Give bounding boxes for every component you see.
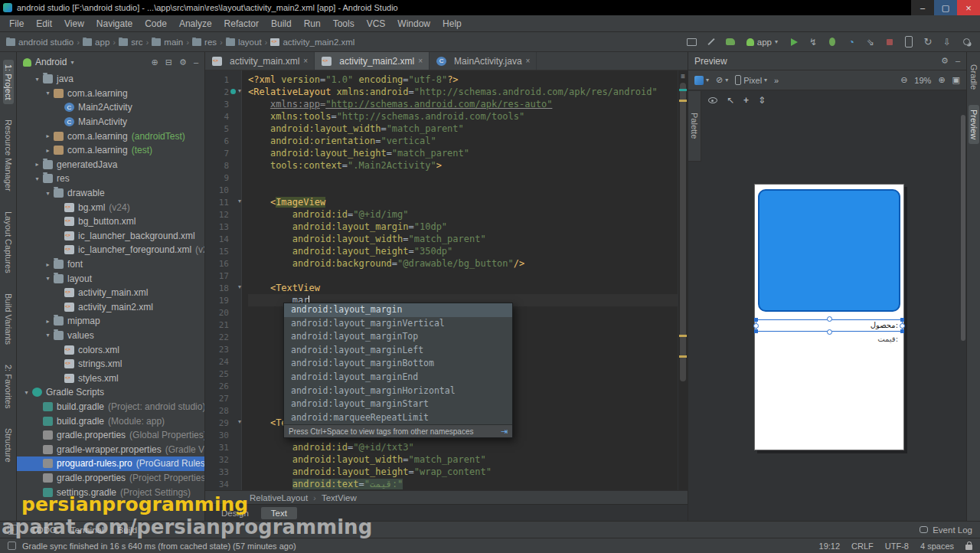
tree-item[interactable]: activity_main.xml (17, 286, 204, 300)
debug-icon[interactable] (825, 34, 840, 50)
preview-scrollbar[interactable] (961, 115, 965, 341)
mode-tab-text[interactable]: Text (261, 507, 297, 519)
view-options-eye-icon[interactable] (708, 97, 717, 103)
tree-expand-arrow[interactable]: ▾ (43, 90, 53, 97)
selection-handle[interactable] (900, 318, 904, 322)
sdk-manager-icon[interactable] (939, 34, 955, 50)
tree-item[interactable]: bg.xml(v24) (17, 200, 204, 214)
selection-handle[interactable] (754, 329, 758, 333)
gradle-elephant-icon[interactable] (723, 34, 738, 50)
code-line[interactable]: android:layout_height="350dp" (248, 245, 688, 257)
tree-item[interactable]: ▾values (17, 329, 204, 343)
selection-handle[interactable] (754, 318, 758, 322)
settings-gear-icon[interactable]: ⚙ (179, 57, 187, 67)
tree-item[interactable]: ▸mipmap (17, 314, 204, 329)
profiler-icon[interactable] (844, 34, 859, 50)
breadcrumb-item[interactable]: activity_main2.xml (270, 38, 354, 47)
tool-button-build-variants[interactable]: Build Variants (3, 289, 14, 349)
selection-handle[interactable] (900, 329, 904, 333)
code-line[interactable]: android:background="@drawable/bg_button"… (248, 257, 688, 270)
menu-build[interactable]: Build (265, 18, 298, 29)
code-line[interactable]: android:layout_width="match_parent" (248, 233, 688, 245)
breadcrumb-item[interactable]: main (152, 38, 183, 47)
close-tab-icon[interactable] (418, 57, 423, 65)
locate-file-icon[interactable]: ⊕ (152, 57, 158, 67)
completion-item[interactable]: android:layout_marginHorizontal (284, 384, 512, 398)
tool-button-gradle[interactable]: Gradle (969, 60, 979, 94)
sync-project-icon[interactable] (920, 34, 936, 50)
resize-icon[interactable]: ⇕ (758, 95, 766, 106)
maximize-button[interactable] (934, 0, 957, 15)
magic-wand-icon[interactable] (704, 34, 719, 50)
tree-expand-arrow[interactable]: ▾ (43, 332, 53, 339)
selection-handle[interactable] (827, 316, 832, 322)
breadcrumb-item[interactable]: src (119, 38, 142, 47)
completion-item[interactable]: android:layout_marginVertical (284, 317, 512, 331)
menu-analyze[interactable]: Analyze (173, 18, 218, 29)
orientation-selector[interactable]: ⊘▾ (716, 75, 728, 85)
tool-button-layout-captures[interactable]: Layout Captures (3, 207, 14, 278)
tree-expand-arrow[interactable]: ▸ (43, 147, 53, 154)
tree-expand-arrow[interactable]: ▾ (43, 190, 53, 197)
fold-arrow-icon[interactable]: ▾ (238, 283, 241, 290)
toolwindow-switcher-icon[interactable]: ≡ (8, 525, 18, 535)
tool-button-terminal[interactable]: Terminal (70, 525, 103, 535)
tree-item[interactable]: ▸com.a.learning(androidTest) (17, 129, 204, 143)
tool-button-2-favorites[interactable]: 2: Favorites (3, 360, 14, 413)
selection-handle[interactable] (753, 323, 759, 329)
indent-setting[interactable]: 4 spaces (920, 542, 954, 551)
fold-arrow-icon[interactable]: ▾ (238, 87, 241, 94)
apply-changes-icon[interactable] (805, 34, 821, 50)
preview-device-screen[interactable]: محصول: قیمت: (754, 184, 904, 450)
more-chevrons-icon[interactable]: » (774, 76, 779, 85)
device-selector[interactable]: Pixel▾ (735, 75, 767, 85)
menu-refactor[interactable]: Refactor (218, 18, 265, 29)
close-tab-icon[interactable] (526, 57, 531, 65)
menu-vcs[interactable]: VCS (361, 18, 392, 29)
code-line[interactable]: android:layout_width="match_parent" (248, 453, 688, 466)
design-surface-selector[interactable]: ▾ (694, 76, 709, 85)
tree-item[interactable]: proguard-rules.pro(ProGuard Rules for ap… (17, 456, 204, 471)
code-line[interactable]: android:text="قیمت:" (248, 478, 688, 490)
tree-item[interactable]: ic_launcher_foreground.xml(v24) (17, 243, 204, 257)
tree-item[interactable]: styles.xml (17, 371, 204, 385)
tree-item[interactable]: ▾Gradle Scripts (17, 385, 204, 400)
preview-imageview[interactable] (758, 189, 900, 312)
code-line[interactable]: android:orientation="vertical" (248, 135, 688, 147)
tree-item[interactable]: gradle.properties(Project Properties) (17, 471, 204, 486)
code-line[interactable]: android:layout_height="match_parent" (248, 147, 688, 159)
completion-item[interactable]: android:layout_marginStart (284, 398, 512, 411)
zoom-out-icon[interactable]: ⊖ (900, 75, 907, 85)
completion-item[interactable]: android:layout_marginLeft (284, 344, 512, 358)
menu-window[interactable]: Window (391, 18, 436, 29)
tool-button-structure[interactable]: Structure (3, 424, 14, 467)
menu-code[interactable]: Code (139, 18, 173, 29)
code-line[interactable]: xmlns:tools="http://schemas.android.com/… (248, 110, 688, 123)
hide-panel-icon[interactable]: – (956, 56, 960, 66)
editor-scrollbar[interactable]: ≡ (678, 70, 688, 490)
status-grid-icon[interactable] (8, 542, 16, 550)
tree-expand-arrow[interactable]: ▾ (21, 389, 31, 396)
tool-button-todo[interactable]: TODO (31, 525, 57, 535)
menu-tools[interactable]: Tools (327, 18, 361, 29)
fold-arrow-icon[interactable]: ▾ (238, 418, 241, 425)
completion-item[interactable]: android:layout_margin (284, 303, 512, 317)
fold-arrow-icon[interactable]: ▾ (238, 198, 241, 205)
selection-handle[interactable] (900, 323, 905, 329)
breadcrumb-item[interactable]: android studio (6, 38, 74, 47)
palette-tab[interactable]: Palette (688, 91, 701, 162)
completion-item[interactable]: android:layout_marginTop (284, 330, 512, 344)
file-encoding[interactable]: UTF-8 (885, 542, 909, 551)
attach-debugger-icon[interactable] (863, 34, 878, 50)
tree-expand-arrow[interactable]: ▸ (43, 261, 53, 268)
close-button[interactable] (957, 0, 980, 15)
code-line[interactable]: android:layout_height="wrap_content" (248, 466, 688, 478)
menu-file[interactable]: File (3, 18, 30, 29)
tree-item[interactable]: ic_launcher_background.xml (17, 229, 204, 244)
tree-item[interactable]: gradle.properties(Global Properties) (17, 428, 204, 443)
code-line[interactable]: <TextView (248, 282, 688, 294)
tree-item[interactable]: ▾drawable (17, 186, 204, 201)
code-line[interactable]: android:layout_width="match_parent" (248, 123, 688, 135)
tree-item[interactable]: gradle-wrapper.properties(Gradle Version… (17, 442, 204, 456)
tree-item[interactable]: MainActivity (17, 115, 204, 129)
